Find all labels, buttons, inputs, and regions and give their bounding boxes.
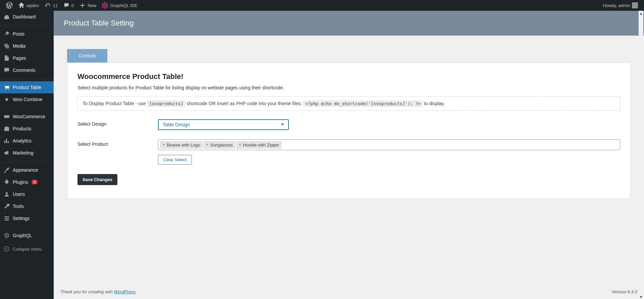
sidebar-separator xyxy=(0,25,54,26)
svg-point-1 xyxy=(107,4,108,4)
admin-sidebar: DashboardPostsMediaPagesCommentsProduct … xyxy=(0,11,54,299)
sidebar-item-label: WooCommerce xyxy=(13,114,45,119)
sidebar-item-settings[interactable]: Settings xyxy=(0,212,54,224)
sidebar-item-comments[interactable]: Comments xyxy=(0,64,54,76)
site-name: wpdev xyxy=(26,3,39,8)
media-icon xyxy=(3,43,10,49)
remove-tag-icon[interactable]: × xyxy=(163,142,165,147)
admin-bar-right: Howdy, admin xyxy=(600,0,641,11)
sidebar-item-label: Appearance xyxy=(13,167,38,173)
svg-point-11 xyxy=(6,219,7,221)
admin-bar: wpdev 11 0 New GraphiQL IDE xyxy=(0,0,644,11)
sidebar-item-media[interactable]: Media xyxy=(0,40,54,52)
sidebar-separator xyxy=(0,161,54,162)
sidebar-item-plugins[interactable]: Plugins8 xyxy=(0,176,54,188)
wordpress-link[interactable]: WordPress xyxy=(114,289,136,294)
woo-icon xyxy=(3,113,10,120)
sidebar-item-label: GraphQL xyxy=(13,233,32,238)
sidebar-item-analytics[interactable]: Analytics xyxy=(0,135,54,147)
sidebar-item-tools[interactable]: Tools xyxy=(0,200,54,212)
sidebar-item-label: Product Table xyxy=(13,85,41,90)
comments-link[interactable]: 0 xyxy=(60,0,76,11)
megaphone-icon xyxy=(3,150,10,156)
remove-tag-icon[interactable]: × xyxy=(206,142,209,147)
sidebar-item-dashboard[interactable]: Dashboard xyxy=(0,11,54,23)
sidebar-item-label: Users xyxy=(13,191,25,197)
badge: 8 xyxy=(32,180,38,184)
product-multi-select[interactable]: ×Beanie with Logo×Sunglasses×Hoodie with… xyxy=(158,139,620,150)
new-link[interactable]: New xyxy=(76,0,99,11)
scroll-up-icon[interactable]: ▴ xyxy=(639,11,643,15)
save-changes-button[interactable]: Save Changes xyxy=(77,174,117,185)
shortcode-code: [ovoproducts] xyxy=(147,100,185,107)
chart-icon xyxy=(3,137,10,144)
update-icon xyxy=(45,2,51,9)
sidebar-separator xyxy=(0,78,54,80)
new-label: New xyxy=(88,3,96,8)
design-select[interactable]: Table Design xyxy=(158,119,289,130)
graphiql-link[interactable]: GraphiQL IDE xyxy=(99,0,140,11)
comment-icon xyxy=(63,2,70,9)
page-title: Product Table Setting xyxy=(54,11,644,36)
sidebar-item-graphql[interactable]: GraphQL xyxy=(0,229,54,242)
admin-footer: Thank you for creating with WordPress. V… xyxy=(54,285,644,299)
sidebar-item-posts[interactable]: Posts xyxy=(0,28,54,40)
pin-icon xyxy=(3,31,10,37)
tab-controls[interactable]: Controls xyxy=(67,49,107,62)
remove-tag-icon[interactable]: × xyxy=(239,142,241,147)
clear-select-button[interactable]: Clear Select xyxy=(158,155,192,165)
settings-panel: Woocommerce Product Table! Select multip… xyxy=(67,62,631,199)
sidebar-item-products[interactable]: Products xyxy=(0,123,54,135)
sidebar-item-label: Pages xyxy=(13,55,26,61)
svg-rect-7 xyxy=(4,115,9,118)
sidebar-item-product-table[interactable]: Product Table xyxy=(0,81,54,93)
notice-mid: shortcode OR Insert as PHP code into you… xyxy=(186,101,303,106)
svg-point-5 xyxy=(102,4,103,4)
product-tag: ×Beanie with Logo xyxy=(160,141,203,148)
svg-point-4 xyxy=(102,6,103,7)
design-field: Table Design xyxy=(158,119,620,130)
sidebar-item-woocommerce[interactable]: WooCommerce xyxy=(0,111,54,123)
sidebar-item-pages[interactable]: Pages xyxy=(0,52,54,64)
php-code: <?php echo do_shortcode('[ovoproducts]')… xyxy=(303,100,423,107)
plus-icon xyxy=(79,2,86,9)
plug-icon xyxy=(3,179,10,185)
sidebar-item-label: Posts xyxy=(13,31,24,37)
wordpress-icon xyxy=(6,2,13,9)
collapse-menu[interactable]: Collapse menu xyxy=(0,243,54,255)
updates-count: 11 xyxy=(53,3,58,8)
sidebar-item-marketing[interactable]: Marketing xyxy=(0,147,54,159)
sidebar-item-label: Comments xyxy=(13,68,36,73)
brush-icon xyxy=(3,167,10,173)
collapse-icon xyxy=(3,246,10,252)
sidebar-item-label: Settings xyxy=(13,216,30,221)
comment-icon xyxy=(3,67,10,74)
product-tag: ×Sunglasses xyxy=(204,141,235,148)
collapse-label: Collapse menu xyxy=(13,247,42,252)
svg-point-10 xyxy=(7,218,8,219)
panel-description: Select multiple products for Product Tab… xyxy=(77,85,620,90)
graphql-icon xyxy=(102,2,108,9)
howdy-link[interactable]: Howdy, admin xyxy=(600,0,641,11)
graphql-icon xyxy=(3,232,10,239)
sidebar-item-woo-combine[interactable]: Woo Combine xyxy=(0,93,54,105)
svg-point-9 xyxy=(5,216,6,217)
sidebar-item-users[interactable]: Users xyxy=(0,188,54,200)
site-link[interactable]: wpdev xyxy=(15,0,42,11)
footer-version: Version 6.4.3 xyxy=(612,289,637,294)
updates-link[interactable]: 11 xyxy=(42,0,60,11)
product-tag: ×Hoodie with Zipper xyxy=(236,141,281,148)
product-label: Select Product xyxy=(77,139,158,165)
comments-count: 0 xyxy=(71,3,74,8)
scrollbar[interactable]: ▴ ▾ xyxy=(639,11,643,299)
wp-logo[interactable] xyxy=(3,0,15,11)
shortcode-notice: To Display Product Table - use [ovoprodu… xyxy=(77,96,620,111)
design-row: Select Design Table Design xyxy=(77,119,620,130)
sidebar-item-label: Analytics xyxy=(13,138,32,143)
dot-icon xyxy=(3,96,10,103)
sidebar-item-appearance[interactable]: Appearance xyxy=(0,164,54,176)
wrench-icon xyxy=(3,203,10,210)
user-icon xyxy=(3,191,10,198)
scroll-down-icon[interactable]: ▾ xyxy=(639,294,643,299)
sidebar-item-label: Woo Combine xyxy=(13,97,42,102)
